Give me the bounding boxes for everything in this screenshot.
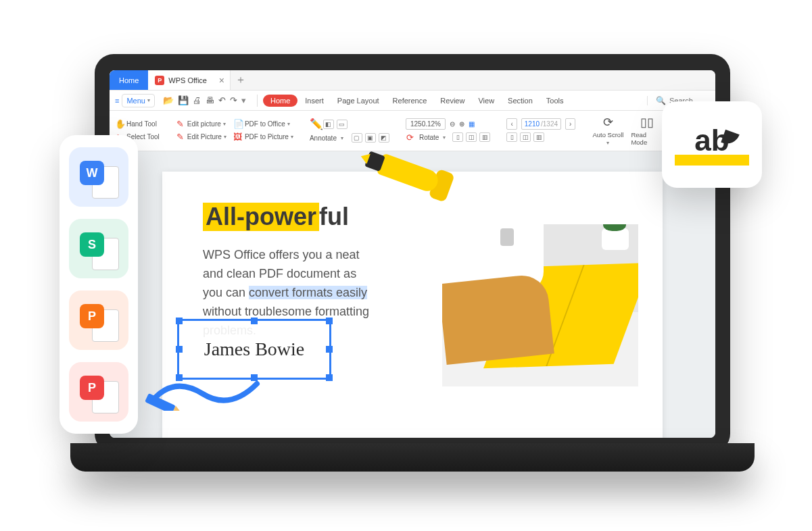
title-tabs: Home P WPS Office × ＋ <box>110 70 715 91</box>
qat-more-icon[interactable]: ▾ <box>241 95 246 105</box>
spreadsheet-tile[interactable]: S <box>69 219 128 278</box>
resize-handle[interactable] <box>326 374 333 381</box>
edit-icon: ✎ <box>176 119 185 129</box>
zoom-in-button[interactable]: ⊕ <box>459 120 464 128</box>
book-icon: ▯▯ <box>640 115 654 130</box>
rtab-reference[interactable]: Reference <box>387 97 433 105</box>
hand-tool-button[interactable]: ✋Hand Tool <box>115 119 160 129</box>
presentation-tile[interactable]: P <box>69 290 128 350</box>
rtab-view[interactable]: View <box>472 97 500 105</box>
pencil-icon <box>142 370 277 411</box>
view-icon[interactable]: ◫ <box>520 132 531 142</box>
edit-picture2-button[interactable]: ✎Edit Picture▾ <box>176 132 226 142</box>
writer-tile[interactable]: W <box>69 147 128 207</box>
rtab-page-layout[interactable]: Page Layout <box>331 97 385 105</box>
zoom-value[interactable]: 1250.12% <box>406 118 446 130</box>
layout-icon[interactable]: ▥ <box>479 132 490 142</box>
rotate-button[interactable]: Rotate <box>419 134 439 141</box>
ribbon: ✋Hand Tool ➤Select Tool ✎Edit picture▾ ✎… <box>110 111 715 151</box>
edit-picture-button[interactable]: ✎Edit picture▾ <box>176 119 226 129</box>
quick-access-toolbar: 📂 💾 🖨 🖶 ↶ ↷ ▾ <box>158 95 252 105</box>
resize-handle[interactable] <box>326 318 333 324</box>
zoom-out-button[interactable]: ⊖ <box>450 120 455 128</box>
prev-page-button[interactable]: ‹ <box>506 118 517 130</box>
divider <box>257 95 258 107</box>
pdf-to-office-button[interactable]: 📄PDF to Office▾ <box>233 119 293 129</box>
next-page-button[interactable]: › <box>565 118 575 130</box>
open-icon[interactable]: 📂 <box>163 95 174 105</box>
pdf-to-picture-button[interactable]: 🖼PDF to Picture▾ <box>233 132 293 142</box>
spreadsheet-icon: S <box>80 232 104 257</box>
print-icon[interactable]: 🖨 <box>193 95 201 105</box>
hand-icon: ✋ <box>115 119 124 129</box>
resize-handle[interactable] <box>176 346 183 353</box>
rotate-icon: ⟳ <box>406 132 415 143</box>
tab-document[interactable]: P WPS Office × <box>148 70 231 90</box>
rtab-insert[interactable]: Insert <box>299 97 330 105</box>
preview-icon[interactable]: 🖶 <box>206 95 214 105</box>
ab-text: ab <box>694 124 729 157</box>
rtab-section[interactable]: Section <box>502 97 539 105</box>
pdf-icon: 📄 <box>233 119 243 129</box>
tab-label: WPS Office <box>168 76 207 84</box>
search-icon: 🔍 <box>656 96 666 105</box>
picture-icon: 🖼 <box>233 132 243 142</box>
annotate-icon: ✏️ <box>310 118 319 130</box>
save-icon[interactable]: 💾 <box>178 95 189 105</box>
text-style-card: ab <box>662 101 762 188</box>
view-icon[interactable]: ▯ <box>506 132 517 142</box>
pdf-tile[interactable]: P <box>69 362 128 422</box>
rtab-home[interactable]: Home <box>263 95 297 107</box>
selected-text: convert formats easily <box>249 286 367 299</box>
edit-icon: ✎ <box>176 132 185 142</box>
ribbon-tabs: Home Insert Page Layout Reference Review… <box>263 95 570 107</box>
tool-icon[interactable]: ◧ <box>323 120 334 129</box>
page-indicator[interactable]: 1210/1324 <box>521 118 561 130</box>
close-icon[interactable]: × <box>219 75 224 86</box>
auto-scroll-icon: ⟳ <box>603 115 613 130</box>
app-icons-card: W S P P <box>59 135 138 434</box>
annotate-button[interactable]: ✏️ <box>310 118 319 130</box>
resize-handle[interactable] <box>326 346 333 353</box>
pdf-icon: P <box>80 376 104 400</box>
signature-text: James Bowie <box>204 338 305 360</box>
view-icon[interactable]: ▥ <box>533 132 544 142</box>
hamburger-icon[interactable]: ≡ <box>115 97 119 105</box>
tool-icon[interactable]: ▢ <box>352 133 362 143</box>
layout-icon[interactable]: ▯ <box>452 132 463 142</box>
writer-icon: W <box>80 161 104 185</box>
tab-home[interactable]: Home <box>110 70 148 90</box>
resize-handle[interactable] <box>176 318 183 324</box>
read-mode-button[interactable]: ▯▯ Read Mode <box>631 115 663 146</box>
resize-handle[interactable] <box>251 318 258 324</box>
rtab-tools[interactable]: Tools <box>540 97 570 105</box>
tool-icon[interactable]: ▭ <box>337 120 348 129</box>
undo-icon[interactable]: ↶ <box>218 95 226 105</box>
layout-icon[interactable]: ◫ <box>466 132 477 142</box>
redo-icon[interactable]: ↷ <box>230 95 237 105</box>
rtab-review[interactable]: Review <box>434 97 471 105</box>
menu-button[interactable]: Menu▾ <box>122 94 155 107</box>
new-tab-button[interactable]: ＋ <box>231 73 251 87</box>
fit-button[interactable]: ▦ <box>469 120 475 128</box>
inline-image <box>442 224 638 386</box>
presentation-icon: P <box>80 304 104 328</box>
auto-scroll-button[interactable]: ⟳ Auto Scroll▾ <box>592 115 624 146</box>
menu-bar: ≡ Menu▾ 📂 💾 🖨 🖶 ↶ ↷ ▾ Home Insert Page L… <box>110 91 715 111</box>
wps-pdf-icon: P <box>155 76 164 85</box>
highlighted-text: All-power <box>203 203 319 231</box>
